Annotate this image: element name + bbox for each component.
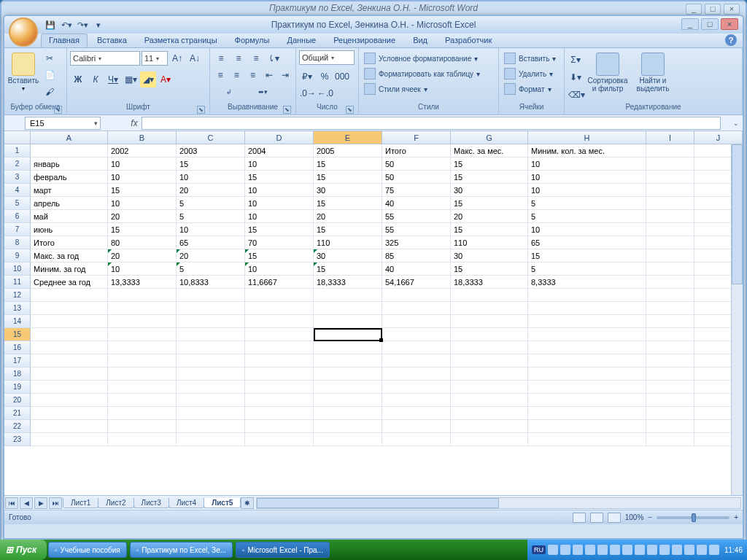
cell[interactable] bbox=[646, 184, 694, 197]
align-top-button[interactable]: ≡ bbox=[213, 50, 229, 66]
cell[interactable] bbox=[451, 394, 528, 407]
sheet-tab[interactable]: Лист3 bbox=[133, 498, 169, 508]
cell[interactable] bbox=[245, 407, 314, 420]
number-format-combo[interactable]: Общий▾ bbox=[299, 50, 355, 65]
ribbon-tab[interactable]: Разметка страницы bbox=[136, 34, 225, 47]
tray-icon[interactable] bbox=[635, 545, 645, 555]
fill-button[interactable]: ⬇▾ bbox=[568, 69, 584, 85]
cell[interactable] bbox=[108, 341, 177, 354]
cell[interactable] bbox=[177, 433, 245, 446]
cell[interactable] bbox=[31, 315, 108, 328]
cell[interactable] bbox=[314, 354, 382, 368]
cell[interactable] bbox=[382, 407, 451, 420]
ribbon-tab[interactable]: Вид bbox=[405, 34, 436, 47]
cell[interactable] bbox=[646, 289, 694, 302]
row-header[interactable]: 18 bbox=[4, 368, 31, 381]
grid-rows[interactable]: 12002200320042005ИтогоМакс. за мес.Миним… bbox=[4, 144, 743, 495]
cell[interactable] bbox=[528, 341, 646, 354]
cell[interactable] bbox=[108, 394, 177, 407]
delete-cells-button[interactable]: Удалить ▾ bbox=[502, 67, 561, 80]
cell[interactable] bbox=[646, 328, 694, 341]
cell[interactable]: 50 bbox=[382, 158, 451, 171]
tray-icon[interactable] bbox=[647, 545, 657, 555]
cell[interactable] bbox=[528, 420, 646, 433]
cell[interactable]: 13,3333 bbox=[108, 276, 177, 289]
qat-customize-button[interactable]: ▾ bbox=[92, 18, 105, 31]
cell[interactable] bbox=[31, 289, 108, 302]
increase-decimal-button[interactable]: .0→ bbox=[299, 85, 315, 101]
underline-button[interactable]: Ч▾ bbox=[105, 71, 121, 88]
copy-button[interactable]: 📄 bbox=[42, 67, 58, 83]
cell[interactable] bbox=[245, 315, 314, 328]
ribbon-tab[interactable]: Разработчик bbox=[437, 34, 500, 47]
cell[interactable]: 65 bbox=[177, 236, 245, 249]
cell[interactable] bbox=[646, 302, 694, 315]
cell[interactable]: 8,3333 bbox=[528, 276, 646, 289]
cell[interactable] bbox=[451, 341, 528, 354]
cell[interactable]: 15 bbox=[528, 249, 646, 262]
accounting-format-button[interactable]: ₽▾ bbox=[299, 69, 315, 85]
cell[interactable]: 5 bbox=[177, 197, 245, 210]
cell[interactable] bbox=[245, 394, 314, 407]
cell[interactable]: февраль bbox=[31, 171, 108, 184]
row-header[interactable]: 8 bbox=[4, 236, 31, 249]
cell[interactable] bbox=[528, 381, 646, 394]
clear-button[interactable]: ⌫▾ bbox=[568, 87, 584, 103]
tray-icon[interactable] bbox=[597, 545, 608, 555]
cell[interactable] bbox=[31, 354, 108, 368]
cell[interactable]: март bbox=[31, 184, 108, 197]
sheet-tab[interactable]: Лист1 bbox=[63, 498, 98, 508]
row-header[interactable]: 2 bbox=[4, 158, 31, 171]
insert-sheet-button[interactable]: ✱ bbox=[241, 497, 254, 509]
cell[interactable]: 80 bbox=[108, 236, 177, 249]
zoom-out-button[interactable]: − bbox=[648, 513, 652, 521]
cell[interactable] bbox=[382, 302, 451, 315]
cell[interactable] bbox=[31, 381, 108, 394]
cell[interactable]: апрель bbox=[31, 197, 108, 210]
cell[interactable]: Миним. кол. за мес. bbox=[528, 144, 646, 158]
column-header[interactable]: H bbox=[528, 131, 646, 144]
cell[interactable] bbox=[451, 368, 528, 381]
tray-icon[interactable] bbox=[585, 545, 595, 555]
view-page-break-button[interactable] bbox=[608, 513, 621, 523]
cell[interactable] bbox=[451, 433, 528, 446]
cell[interactable]: 15 bbox=[108, 184, 177, 197]
ribbon-tab[interactable]: Формулы bbox=[227, 34, 278, 47]
fill-color-button[interactable]: ◢▾ bbox=[140, 71, 156, 88]
cell[interactable]: 10 bbox=[528, 171, 646, 184]
tray-icon[interactable] bbox=[622, 545, 632, 555]
cell[interactable]: Макс. за год bbox=[31, 249, 108, 262]
row-header[interactable]: 13 bbox=[4, 302, 31, 315]
zoom-slider[interactable] bbox=[657, 516, 729, 519]
cell[interactable]: Итого bbox=[382, 144, 451, 158]
cell[interactable]: 10 bbox=[245, 158, 314, 171]
cell[interactable]: 20 bbox=[451, 210, 528, 223]
column-header[interactable]: A bbox=[31, 131, 108, 144]
align-center-button[interactable]: ≡ bbox=[229, 67, 244, 83]
name-box[interactable]: E15▾ bbox=[25, 117, 101, 130]
cell[interactable]: 10 bbox=[108, 158, 177, 171]
font-dialog-launcher[interactable]: ⬊ bbox=[197, 106, 205, 114]
row-header[interactable]: 21 bbox=[4, 407, 31, 420]
cell[interactable]: 20 bbox=[177, 184, 245, 197]
cell[interactable]: 20 bbox=[108, 210, 177, 223]
cell[interactable] bbox=[177, 420, 245, 433]
row-header[interactable]: 12 bbox=[4, 289, 31, 302]
cell[interactable] bbox=[245, 302, 314, 315]
cell[interactable] bbox=[646, 210, 694, 223]
align-right-button[interactable]: ≡ bbox=[245, 67, 260, 83]
column-header[interactable]: J bbox=[694, 131, 743, 144]
formula-bar-expand-button[interactable]: ⌄ bbox=[731, 120, 741, 127]
cell[interactable] bbox=[646, 420, 694, 433]
cell[interactable] bbox=[451, 315, 528, 328]
cell[interactable]: 20 bbox=[108, 249, 177, 262]
cell[interactable] bbox=[528, 433, 646, 446]
cell[interactable]: май bbox=[31, 210, 108, 223]
cell[interactable]: 55 bbox=[382, 223, 451, 236]
cell[interactable]: 10 bbox=[108, 262, 177, 276]
cell[interactable] bbox=[108, 381, 177, 394]
cell[interactable] bbox=[382, 381, 451, 394]
cell-styles-button[interactable]: Стили ячеек ▾ bbox=[362, 82, 495, 96]
cell[interactable] bbox=[646, 158, 694, 171]
cell[interactable] bbox=[177, 341, 245, 354]
